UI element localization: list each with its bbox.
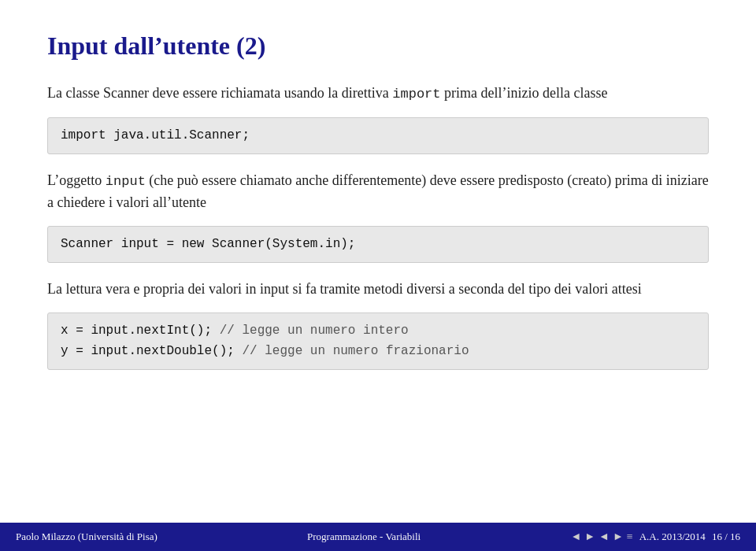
nav-icons: ◄ ► ◄ ► ≡ xyxy=(570,531,632,543)
paragraph-2-middle: (che può essere chiamato anche different… xyxy=(47,172,709,210)
code-block-1: import java.util.Scanner; xyxy=(47,117,709,155)
footer-left: Paolo Milazzo (Università di Pisa) xyxy=(16,531,158,543)
paragraph-2-start: L’oggetto xyxy=(47,172,106,188)
slide-content: Input dall’utente (2) La classe Scanner … xyxy=(0,0,756,523)
nav-arrow-left-icon[interactable]: ◄ xyxy=(570,531,581,543)
footer-center: Programmazione - Variabili xyxy=(158,531,571,543)
code-3-comment-2: // legge un numero frazionario xyxy=(235,344,469,358)
paragraph-1-end: prima dell’inizio della classe xyxy=(441,85,608,101)
nav-arrow-right-icon[interactable]: ► xyxy=(584,531,595,543)
code-1-text: import java.util.Scanner; xyxy=(61,128,250,142)
paragraph-1-text: La classe Scanner deve essere richiamata… xyxy=(47,85,392,101)
paragraph-1-inline-code: import xyxy=(392,87,440,102)
nav-list-icon[interactable]: ≡ xyxy=(627,531,633,543)
paragraph-3: La lettura vera e propria dei valori in … xyxy=(47,279,709,300)
footer-right: ◄ ► ◄ ► ≡ A.A. 2013/2014 16 / 16 xyxy=(570,531,740,543)
code-block-2: Scanner input = new Scanner(System.in); xyxy=(47,226,709,264)
code-3-line-1-code: x = input.nextInt(); xyxy=(61,324,212,338)
code-3-comment-1: // legge un numero intero xyxy=(212,324,409,338)
footer-bar: Paolo Milazzo (Università di Pisa) Progr… xyxy=(0,523,756,551)
code-2-text: Scanner input = new Scanner(System.in); xyxy=(61,237,355,251)
footer-page: 16 / 16 xyxy=(712,531,740,543)
code-block-3: x = input.nextInt(); // legge un numero … xyxy=(47,312,709,370)
paragraph-2: L’oggetto input (che può essere chiamato… xyxy=(47,170,709,213)
nav-next-icon[interactable]: ► xyxy=(613,531,624,543)
code-3-line-2-code: y = input.nextDouble(); xyxy=(61,344,235,358)
paragraph-2-inline-code: input xyxy=(106,174,146,189)
paragraph-1: La classe Scanner deve essere richiamata… xyxy=(47,83,709,105)
footer-date: A.A. 2013/2014 xyxy=(639,531,706,543)
slide-title: Input dall’utente (2) xyxy=(47,31,709,61)
code-3-line-1: x = input.nextInt(); // legge un numero … xyxy=(61,321,695,342)
code-3-line-2: y = input.nextDouble(); // legge un nume… xyxy=(61,342,695,362)
nav-prev-icon[interactable]: ◄ xyxy=(598,531,610,543)
